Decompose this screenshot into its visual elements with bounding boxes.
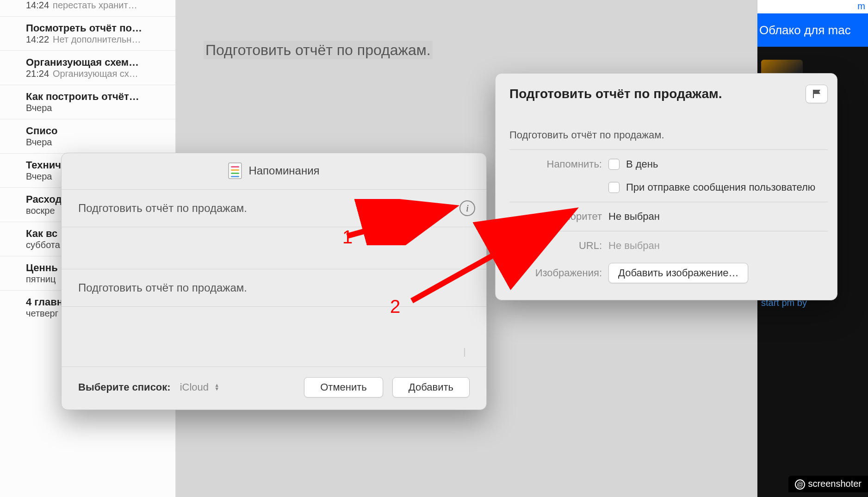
reminders-icon bbox=[228, 162, 242, 179]
note-item[interactable]: Как построить отчёт… Вчера bbox=[0, 85, 175, 119]
on-day-label: В день bbox=[626, 158, 658, 170]
note-title: Организующая схем… bbox=[26, 56, 167, 68]
choose-list-label: Выберите список: bbox=[78, 381, 171, 393]
note-title: Посмотреть отчёт по… bbox=[26, 22, 167, 34]
flag-button[interactable] bbox=[806, 85, 828, 103]
note-date: Вчера bbox=[26, 103, 52, 113]
reminder-text: Подготовить отчёт по продажам. bbox=[78, 202, 247, 215]
reminder-text: Подготовить отчёт по продажам. bbox=[78, 281, 247, 294]
flag-icon bbox=[813, 90, 820, 98]
note-date: 14:22 bbox=[26, 34, 49, 44]
note-date: воскре bbox=[26, 205, 55, 216]
dialog-title: Напоминания bbox=[248, 164, 319, 177]
note-date: Вчера bbox=[26, 137, 52, 147]
images-label: Изображения: bbox=[509, 267, 602, 279]
on-send-checkbox[interactable] bbox=[608, 182, 620, 193]
reminder-row[interactable]: Подготовить отчёт по продажам. bbox=[62, 269, 486, 307]
annotation-label-2: 2 bbox=[390, 296, 400, 317]
url-label: URL: bbox=[509, 240, 602, 252]
remind-label: Напомнить: bbox=[509, 158, 602, 170]
on-send-label: При отправке сообщения пользователю bbox=[626, 181, 815, 193]
details-notes-field[interactable]: Подготовить отчёт по продажам. bbox=[509, 129, 828, 150]
note-date: Вчера bbox=[26, 171, 52, 181]
on-day-checkbox[interactable] bbox=[608, 159, 620, 170]
add-image-button[interactable]: Добавить изображение… bbox=[608, 263, 748, 283]
choose-list-value: iCloud bbox=[180, 381, 209, 393]
dialog-spacer bbox=[62, 307, 486, 367]
note-date: четверг bbox=[26, 308, 58, 318]
screenshoter-badge: @screenshoter bbox=[788, 476, 868, 492]
url-field[interactable]: Не выбран bbox=[608, 240, 828, 252]
note-preview: Нет дополнительн… bbox=[53, 34, 141, 44]
info-icon[interactable]: i bbox=[459, 200, 475, 216]
notes-icon bbox=[464, 348, 465, 357]
note-date: пятниц bbox=[26, 274, 56, 284]
note-item[interactable]: Организующая схем… 21:24Организующая сх… bbox=[0, 50, 175, 85]
choose-list-select[interactable]: iCloud ▲▼ bbox=[180, 381, 219, 393]
note-title: Как построить отчёт… bbox=[26, 91, 167, 103]
note-title: Списо bbox=[26, 125, 167, 137]
priority-label: приоритет bbox=[509, 211, 602, 223]
ad-banner-blue[interactable]: Облако для mac bbox=[757, 13, 868, 47]
reminders-dialog: Напоминания Подготовить отчёт по продажа… bbox=[61, 153, 487, 410]
dialog-header: Напоминания bbox=[62, 153, 486, 190]
dialog-footer: Выберите список: iCloud ▲▼ Отменить Доба… bbox=[62, 367, 486, 400]
note-heading: Подготовить отчёт по продажам. bbox=[204, 41, 433, 59]
note-date: суббота bbox=[26, 240, 60, 250]
add-button[interactable]: Добавить bbox=[392, 377, 470, 398]
note-preview: перестать хранит… bbox=[53, 0, 137, 10]
reminder-details-panel: Подготовить отчёт по продажам. Подготови… bbox=[495, 73, 837, 300]
screenshoter-label: screenshoter bbox=[808, 478, 862, 489]
at-icon: @ bbox=[795, 479, 805, 490]
note-date: 14:24 bbox=[26, 0, 49, 10]
cancel-button[interactable]: Отменить bbox=[304, 377, 383, 398]
details-title[interactable]: Подготовить отчёт по продажам. bbox=[509, 87, 800, 101]
note-preview: Организующая сх… bbox=[53, 68, 138, 79]
url-fragment: m bbox=[757, 0, 868, 13]
note-item[interactable]: Списо Вчера bbox=[0, 119, 175, 153]
note-date: 21:24 bbox=[26, 68, 49, 79]
note-item[interactable]: Посмотреть отчёт по… 14:22Нет дополнител… bbox=[0, 16, 175, 50]
note-item[interactable]: 14:24перестать хранит… bbox=[0, 0, 175, 16]
priority-select[interactable]: Не выбран bbox=[608, 211, 828, 223]
chevron-updown-icon: ▲▼ bbox=[214, 383, 219, 391]
reminder-row[interactable]: Подготовить отчёт по продажам. i bbox=[62, 190, 486, 227]
annotation-label-1: 1 bbox=[342, 227, 353, 248]
